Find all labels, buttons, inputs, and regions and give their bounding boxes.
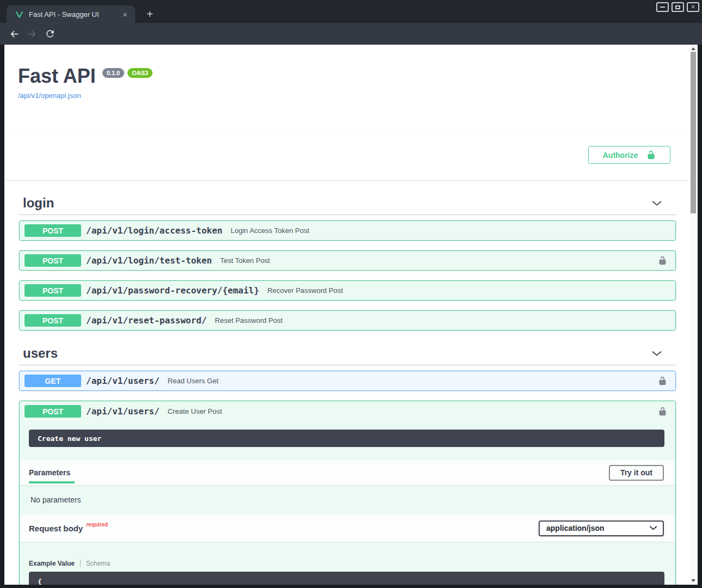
op-summary: Login Access Token Post [230,226,309,235]
scheme-container: Authorize [4,130,689,180]
op-path: /api/v1/users/ [86,406,160,416]
back-icon[interactable] [8,27,21,40]
op-row-login-access-token[interactable]: POST /api/v1/login/access-token Login Ac… [19,220,676,241]
op-path: /api/v1/login/access-token [86,225,222,236]
op-summary: Recover Password Post [267,286,343,295]
window-minimize-button[interactable] [656,2,669,12]
op-row-login-test-token[interactable]: POST /api/v1/login/test-token Test Token… [19,250,676,271]
method-badge: POST [25,284,81,297]
op-summary: Create User Post [168,407,222,415]
chevron-down-icon[interactable] [651,348,662,359]
required-label: required [86,522,108,528]
tab-example-value[interactable]: Example Value [29,560,75,567]
scroll-down-arrow-icon[interactable] [691,579,695,582]
chevron-down-icon[interactable] [651,198,662,209]
op-summary: Test Token Post [220,256,270,265]
no-parameters-text: No parameters [20,485,675,514]
parameters-tab[interactable]: Parameters [29,468,70,477]
method-badge: POST [25,254,81,267]
minimize-icon [660,7,665,8]
request-body-header: Request bodyrequired application/json [20,514,675,542]
browser-titlebar: Fast API - Swagger UI × + × [0,0,702,23]
op-row-password-recovery[interactable]: POST /api/v1/password-recovery/{email} R… [19,280,676,301]
section-title: users [23,346,651,361]
model-example-box: Example Value Schema { [20,542,675,585]
unlock-icon [646,150,656,160]
auth-lock-button[interactable] [658,376,667,386]
active-tab-underline [29,481,75,483]
maximize-icon [675,5,680,9]
op-row-create-user[interactable]: POST /api/v1/users/ Create User Post [20,401,675,421]
content-type-value: application/json [546,524,605,532]
new-tab-icon[interactable]: + [143,8,157,21]
authorize-label: Authorize [603,151,638,160]
tab-close-icon[interactable]: × [120,10,130,19]
section-header-users[interactable]: users [19,341,676,365]
select-chevron-icon [650,526,657,530]
forward-icon[interactable] [26,27,39,40]
window-maximize-button[interactable] [672,2,684,12]
op-path: /api/v1/login/test-token [86,255,212,266]
browser-tab[interactable]: Fast API - Swagger UI × [7,5,135,23]
parameters-header: Parameters Try it out [20,460,675,485]
unlock-icon [658,255,667,266]
window-controls: × [656,2,699,12]
example-code-block: { [29,572,664,585]
favicon-v-logo [15,11,23,18]
tab-schema[interactable]: Schema [86,560,110,567]
op-row-read-users[interactable]: GET /api/v1/users/ Read Users Get [19,371,676,391]
request-body-label: Request bodyrequired [29,524,108,533]
method-badge: GET [25,375,81,387]
op-row-reset-password[interactable]: POST /api/v1/reset-password/ Reset Passw… [19,310,676,330]
api-info: Fast API 0.1.0 OAS3 [4,45,689,87]
page-title: Fast API [18,65,96,87]
operation-description: Create new user [29,430,664,447]
method-badge: POST [25,405,81,418]
try-it-out-button[interactable]: Try it out [609,465,664,481]
method-badge: POST [25,224,81,237]
opblock-create-user-expanded: POST /api/v1/users/ Create User Post Cre… [19,401,676,585]
scrollbar-thumb[interactable] [691,52,696,213]
reload-icon[interactable] [44,27,57,40]
unlock-icon [658,406,667,416]
op-path: /api/v1/users/ [86,376,160,386]
openapi-spec-link[interactable]: /api/v1/openapi.json [18,91,81,100]
section-header-login[interactable]: login [19,191,676,215]
tab-divider [80,560,81,567]
page-scrollbar[interactable] [689,45,698,585]
auth-lock-button[interactable] [658,406,667,416]
scroll-up-arrow-icon[interactable] [691,47,695,50]
op-summary: Reset Password Post [215,316,283,324]
authorize-button[interactable]: Authorize [588,146,670,164]
section-title: login [23,195,651,211]
method-badge: POST [25,314,81,327]
op-path: /api/v1/reset-password/ [86,315,207,326]
window-close-button[interactable]: × [687,2,699,12]
auth-lock-button[interactable] [658,255,667,266]
tab-title: Fast API - Swagger UI [29,10,120,19]
op-path: /api/v1/password-recovery/{email} [86,285,259,296]
swagger-page: Fast API 0.1.0 OAS3 /api/v1/openapi.json… [4,45,698,585]
oas3-badge: OAS3 [127,68,152,78]
unlock-icon [658,376,667,386]
op-summary: Read Users Get [168,377,218,385]
content-type-select[interactable]: application/json [539,520,664,536]
browser-toolbar: localhost/docs ⋮ [0,23,702,45]
version-badge: 0.1.0 [102,68,124,78]
